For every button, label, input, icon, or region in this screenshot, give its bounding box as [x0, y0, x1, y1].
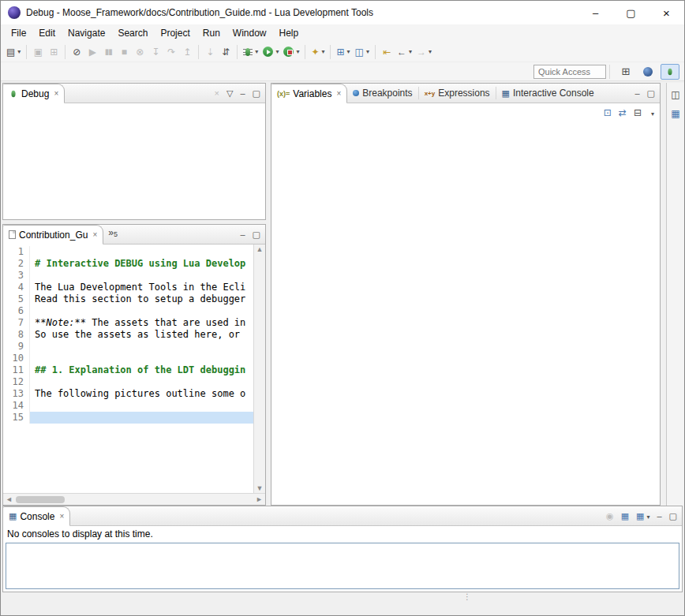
suspend-button[interactable]: ▮▮ [100, 43, 116, 61]
drop-to-frame-button[interactable]: ⇣ [202, 43, 218, 61]
toolbar-separator [237, 45, 238, 59]
minimize-view-icon[interactable]: – [240, 89, 245, 98]
minimize-view-icon[interactable]: – [240, 230, 245, 239]
close-tab-icon[interactable]: × [336, 89, 341, 98]
menu-item-help[interactable]: Help [273, 26, 305, 40]
tab-variables[interactable]: (x)= Variables × [271, 84, 347, 103]
code-line[interactable]: 13The following pictures outline some o [3, 388, 253, 400]
menu-item-file[interactable]: File [5, 26, 32, 40]
minimize-window-button[interactable]: – [578, 1, 613, 24]
code-line[interactable]: 5Read this section to setup a debugger [3, 293, 253, 305]
step-return-button[interactable]: ↥ [179, 43, 195, 61]
save-all-button[interactable]: ⊞ [46, 43, 62, 61]
code-line[interactable]: 7**Note:** The assets that are used in [3, 317, 253, 329]
scroll-left-icon[interactable]: ◄ [6, 495, 13, 503]
line-number: 8 [3, 329, 30, 341]
tab-contribution-guide[interactable]: Contribution_Gu × [3, 225, 103, 245]
close-tab-icon[interactable]: × [54, 89, 58, 98]
current-line[interactable]: 15 [3, 412, 253, 424]
scroll-up-icon[interactable]: ▲ [256, 245, 264, 253]
code-line[interactable]: 10 [3, 353, 253, 364]
step-over-button[interactable]: ↷ [163, 43, 179, 61]
minimize-view-icon[interactable]: – [657, 512, 661, 521]
terminate-button[interactable]: ■ [116, 43, 132, 61]
editor-vscroll[interactable]: ▲ ▼ [253, 245, 265, 493]
code-line[interactable]: 14 [3, 400, 253, 412]
code-line[interactable]: 3 [3, 270, 253, 282]
code-area[interactable]: 1 2# Interactive DEBUG using Lua Develop… [3, 245, 253, 493]
debug-button[interactable] [241, 43, 260, 61]
skip-all-breakpoints-button[interactable]: ⊘ [69, 43, 84, 61]
code-line[interactable]: 4The Lua Development Tools in the Ecli [3, 282, 253, 293]
menu-item-navigate[interactable]: Navigate [62, 26, 111, 40]
quick-access-input[interactable]: Quick Access [533, 65, 606, 79]
menu-item-edit[interactable]: Edit [32, 26, 62, 40]
maximize-view-icon[interactable]: ▢ [253, 89, 260, 98]
code-line[interactable]: 6 [3, 305, 253, 317]
search-button[interactable]: ✦ [309, 43, 327, 61]
open-perspective-button[interactable]: ⊞ [616, 64, 635, 80]
lua-perspective-button[interactable] [638, 64, 657, 80]
save-button[interactable]: ▣ [30, 43, 46, 61]
new-button[interactable]: ▤ [4, 43, 23, 61]
minimize-view-icon[interactable]: – [634, 89, 639, 98]
main-area: Debug × × ▽ – ▢ Contri [1, 81, 684, 506]
display-selected-console-icon[interactable]: ▦ [621, 512, 629, 521]
tab-expressions[interactable]: x+y Expressions [419, 84, 496, 103]
close-window-button[interactable]: × [649, 1, 684, 24]
new-wizard-button[interactable]: ⊞ [334, 43, 352, 61]
forward-button[interactable]: → [414, 43, 434, 61]
file-icon [9, 230, 16, 239]
view-menu-icon[interactable] [649, 107, 654, 118]
step-into-button[interactable]: ↧ [148, 43, 163, 61]
menu-item-run[interactable]: Run [197, 26, 226, 40]
run-button[interactable] [260, 43, 281, 61]
restore-view-icon[interactable]: ◫ [671, 89, 679, 100]
last-edit-location-button[interactable]: ⇤ [379, 43, 395, 61]
scroll-right-icon[interactable]: ► [256, 495, 263, 503]
close-tab-icon[interactable]: × [92, 230, 97, 239]
tab-console[interactable]: ▦ Console × [3, 506, 70, 526]
resume-button[interactable]: ▶ [84, 43, 100, 61]
external-tools-button[interactable] [281, 43, 301, 61]
maximize-view-icon[interactable]: ▢ [669, 512, 677, 521]
hscroll-thumb[interactable] [16, 496, 65, 503]
code-line[interactable]: 2# Interactive DEBUG using Lua Develop [3, 258, 253, 270]
back-button[interactable]: ← [395, 43, 414, 61]
tab-interactive-console[interactable]: ▦ Interactive Console [496, 84, 600, 103]
editor-hscroll[interactable]: ◄ ► [3, 493, 265, 505]
scroll-down-icon[interactable]: ▼ [256, 484, 264, 492]
view-menu-icon[interactable]: ▽ [226, 89, 233, 98]
show-logical-structure-icon[interactable]: ⊡ [604, 107, 612, 118]
debug-perspective-button[interactable] [661, 64, 679, 80]
menu-item-project[interactable]: Project [154, 26, 196, 40]
collapse-all-icon[interactable]: ⊟ [634, 107, 642, 118]
pin-console-icon[interactable]: ◉ [606, 512, 614, 521]
link-with-debug-icon[interactable]: ⇄ [619, 107, 627, 118]
open-type-button[interactable]: ◫ [353, 43, 372, 61]
minimized-view-icon[interactable]: ▦ [671, 108, 679, 119]
code-line[interactable]: 9 [3, 341, 253, 353]
resize-grip-icon[interactable]: ⋮ [463, 593, 471, 601]
use-step-filters-button[interactable]: ⇵ [218, 43, 234, 61]
tab-debug[interactable]: Debug × [3, 84, 65, 103]
maximize-view-icon[interactable]: ▢ [647, 89, 655, 98]
editor-overflow-tabs[interactable]: » 5 [103, 225, 122, 244]
console-text-area[interactable] [6, 543, 679, 589]
close-tab-icon[interactable]: × [59, 512, 64, 521]
code-line[interactable]: 1 [3, 246, 253, 258]
code-line[interactable]: 11## 1. Explanation of the LDT debuggin [3, 364, 253, 376]
menu-item-window[interactable]: Window [226, 26, 273, 40]
maximize-window-button[interactable]: ▢ [613, 1, 649, 24]
tab-breakpoints[interactable]: Breakpoints [347, 84, 417, 103]
variables-content[interactable] [271, 122, 660, 505]
debug-view-content[interactable] [3, 103, 265, 219]
menu-item-search[interactable]: Search [111, 26, 154, 40]
maximize-view-icon[interactable]: ▢ [253, 230, 260, 239]
open-type-icon: ◫ [355, 47, 364, 57]
disconnect-button[interactable]: ⊗ [132, 43, 148, 61]
code-line[interactable]: 8So use the assets as listed here, or [3, 329, 253, 341]
code-line[interactable]: 12 [3, 376, 253, 388]
open-console-icon[interactable]: ▦ [636, 512, 649, 521]
remove-terminated-icon[interactable]: × [215, 89, 219, 98]
